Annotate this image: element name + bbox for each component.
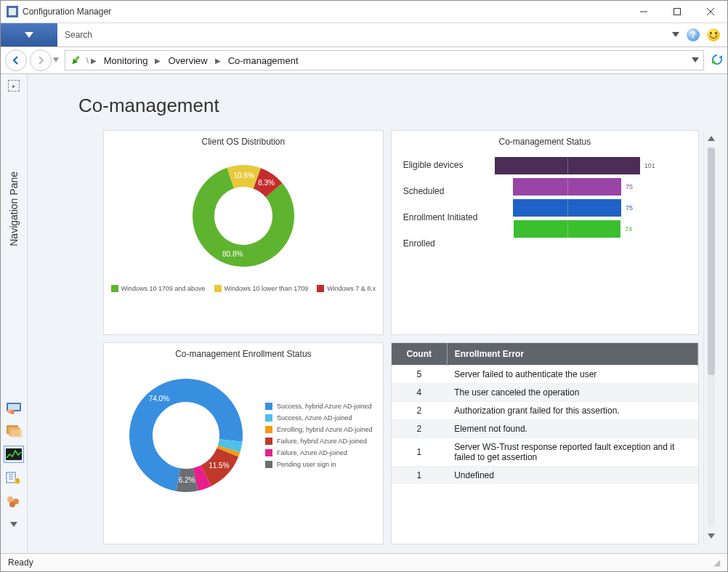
library-workspace-icon[interactable]: [4, 422, 23, 438]
svg-rect-22: [17, 478, 18, 483]
table-row[interactable]: 1Undefined: [392, 467, 698, 485]
cell-count: 4: [392, 384, 448, 402]
crumb-comanagement[interactable]: Co-management: [222, 51, 304, 70]
crumb-monitoring[interactable]: Monitoring: [98, 51, 154, 70]
scroll-thumb[interactable]: [708, 148, 715, 375]
funnel-row-label: Enrolled: [403, 235, 483, 251]
crumb-arrow-icon[interactable]: ▶: [153, 57, 162, 65]
scroll-up-icon[interactable]: [707, 134, 716, 143]
feedback-smile-icon[interactable]: [707, 28, 720, 41]
funnel-row-label: Scheduled: [403, 183, 483, 199]
legend-swatch: [111, 285, 118, 292]
window-title: Configuration Manager: [23, 7, 111, 17]
legend-os: Windows 10 1709 and aboveWindows 10 lowe…: [104, 282, 383, 299]
funnel-bar: [513, 178, 621, 196]
legend-label: Success, hybrid Azure AD-joined: [277, 403, 372, 410]
legend-item: Pending user sign in: [265, 461, 373, 468]
scroll-down-icon[interactable]: [707, 531, 716, 540]
table-row[interactable]: 1Server WS-Trust response reported fault…: [392, 438, 698, 467]
funnel-value: 75: [626, 183, 633, 190]
funnel-row: 75: [490, 178, 687, 196]
donut-chart-enrollment: 74.0%11.5%6.2%: [117, 366, 255, 504]
card-title: Co-management Enrollment Status: [104, 343, 383, 362]
legend-swatch: [265, 461, 272, 468]
search-controls: ?: [665, 23, 727, 47]
table-row[interactable]: 2Element not found.: [392, 420, 698, 438]
search-input[interactable]: Search: [57, 23, 665, 47]
vertical-scrollbar[interactable]: [703, 130, 719, 544]
crumb-arrow-icon[interactable]: ▶: [214, 57, 222, 65]
breadcrumb-dropdown-icon[interactable]: [692, 55, 699, 65]
col-count[interactable]: Count: [392, 343, 448, 366]
svg-marker-26: [10, 522, 17, 527]
legend-label: Windows 10 lower than 1709: [225, 285, 309, 292]
administration-workspace-icon[interactable]: [4, 470, 23, 486]
legend-swatch: [265, 414, 272, 422]
table-row[interactable]: 4The user canceled the operation: [392, 384, 698, 402]
svg-marker-4: [25, 32, 33, 38]
col-error[interactable]: Enrollment Error: [447, 343, 697, 366]
app-icon: [7, 6, 18, 17]
funnel-value: 101: [644, 162, 655, 169]
svg-text:10.8%: 10.8%: [233, 172, 254, 180]
funnel-bar: [495, 157, 640, 174]
funnel-row: 75: [490, 199, 687, 217]
table-row[interactable]: 5Server failed to authenticate the user: [392, 366, 698, 384]
back-button[interactable]: [5, 49, 27, 71]
navigation-row: \ ▶ Monitoring ▶ Overview ▶ Co-managemen…: [1, 47, 727, 74]
pin-icon[interactable]: [68, 53, 83, 68]
search-options-chevron-icon[interactable]: [672, 30, 679, 40]
dashboard-grid: Client OS Distribution 80.8%10.8%8.3% Wi…: [103, 130, 699, 544]
application-menu[interactable]: [1, 23, 57, 47]
svg-text:8.3%: 8.3%: [258, 179, 275, 187]
minimize-button[interactable]: [627, 1, 660, 23]
crumb-arrow-icon[interactable]: ▶: [89, 57, 98, 65]
funnel-row: 101: [490, 157, 687, 174]
cell-error: The user canceled the operation: [447, 384, 697, 402]
refresh-button[interactable]: [711, 54, 723, 68]
cell-count: 2: [392, 420, 448, 438]
expand-handle-icon[interactable]: ▸: [8, 80, 20, 92]
crumb-overview[interactable]: Overview: [162, 51, 213, 70]
monitoring-workspace-icon[interactable]: [4, 446, 24, 463]
assets-workspace-icon[interactable]: [4, 399, 23, 415]
legend-swatch: [265, 426, 272, 433]
legend-item: Enrolling, hybrid Azure AD-joined: [265, 426, 373, 433]
scroll-track[interactable]: [708, 148, 715, 527]
cell-error: Authorization grant failed for this asse…: [447, 402, 697, 420]
community-workspace-icon[interactable]: [4, 494, 23, 509]
forward-button[interactable]: [30, 49, 52, 71]
legend-label: Failure, hybrid Azure AD-joined: [277, 438, 367, 445]
funnel-value: 74: [625, 225, 632, 233]
table-row[interactable]: 2Authorization grant failed for this ass…: [392, 402, 698, 420]
statusbar: Ready ◢: [1, 553, 727, 571]
card-comanagement-status: Co-management Status Eligible devicesSch…: [391, 130, 699, 335]
workspace-more-chevron-icon[interactable]: [4, 517, 23, 533]
legend-label: Pending user sign in: [277, 461, 336, 468]
navigation-pane-collapsed[interactable]: ▸ Navigation Pane: [1, 74, 28, 553]
svg-point-23: [7, 496, 13, 502]
window-controls: [627, 1, 727, 23]
legend-item: Windows 10 lower than 1709: [214, 285, 309, 292]
svg-text:80.8%: 80.8%: [222, 250, 243, 258]
cell-count: 1: [392, 467, 448, 485]
maximize-button[interactable]: [660, 1, 694, 23]
card-enrollment-errors: Count Enrollment Error 5Server failed to…: [391, 342, 699, 544]
close-button[interactable]: [694, 1, 727, 23]
ribbon-row: Search ?: [1, 23, 727, 47]
legend-label: Windows 10 1709 and above: [121, 285, 206, 292]
legend-item: Success, Azure AD-joined: [265, 414, 373, 422]
svg-rect-13: [8, 404, 20, 410]
help-icon[interactable]: ?: [687, 28, 700, 41]
history-chevron-icon[interactable]: [53, 57, 59, 63]
cell-error: Undefined: [447, 467, 697, 485]
svg-point-25: [9, 501, 15, 507]
legend-swatch: [317, 285, 324, 292]
card-title: Client OS Distribution: [104, 131, 383, 150]
resize-grip-icon[interactable]: ◢: [713, 557, 720, 568]
status-text: Ready: [8, 557, 33, 568]
svg-text:11.5%: 11.5%: [209, 462, 229, 470]
error-table: Count Enrollment Error 5Server failed to…: [392, 343, 698, 484]
funnel-bar: [513, 199, 621, 217]
legend-enrollment: Success, hybrid Azure AD-joinedSuccess, …: [265, 403, 373, 468]
